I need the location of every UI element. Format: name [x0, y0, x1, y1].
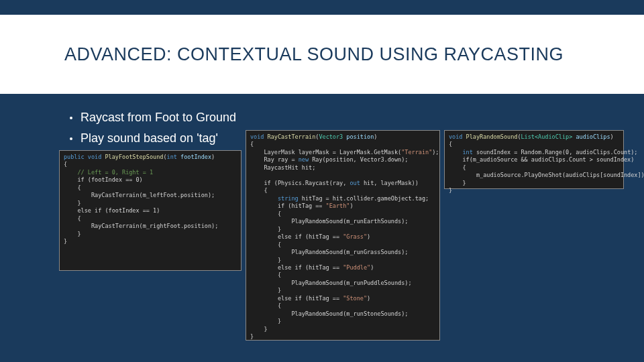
bullet-list: Raycast from Foot to Ground Play sound b… — [70, 111, 236, 152]
code-line: PlayRandomSound(m_runPuddleSounds); — [291, 280, 411, 286]
code-line: Ray(position, Vector3.down); — [309, 156, 408, 163]
kw: int — [167, 154, 177, 160]
code-line: if (Physics.Raycast(ray, — [264, 180, 350, 186]
fn: PlayFootStepSound — [105, 154, 163, 160]
code-snippet-2: void RayCastTerrain(Vector3 position) { … — [246, 130, 440, 341]
bullet-item: Play sound based on 'tag' — [70, 131, 236, 145]
code-line: Ray ray = — [264, 156, 298, 163]
code-line: PlayRandomSound(m_runStoneSounds); — [291, 310, 408, 317]
fn: PlayRandomSound — [466, 133, 518, 140]
type: Vector3 — [319, 133, 343, 140]
kw: out — [350, 180, 360, 186]
str: Stone — [346, 295, 364, 302]
var: audioClips — [576, 133, 610, 140]
code-line: RayCastTerrain(m_rightFoot.position); — [91, 223, 218, 229]
kw: int — [462, 149, 472, 156]
var: footIndex — [180, 154, 211, 160]
bullet-text: Play sound based on 'tag' — [80, 131, 218, 145]
code-line: hit, layerMask)) — [360, 180, 419, 186]
str: "Terrain" — [401, 149, 432, 156]
code-line: if(m_audioSource && audioClips.Count > s… — [462, 156, 634, 163]
title-banner: ADVANCED: CONTEXTUAL SOUND USING RAYCAST… — [0, 15, 644, 94]
kw: void — [250, 133, 264, 140]
bullet-icon — [70, 137, 72, 140]
code-line: PlayRandomSound(m_runGrassSounds); — [291, 249, 408, 255]
code-snippet-3: void PlayRandomSound(List<AudioClip> aud… — [444, 130, 624, 189]
fn: RayCastTerrain — [268, 133, 316, 140]
kw: void — [449, 133, 462, 140]
kw: public void — [64, 154, 101, 160]
code-line: RayCastTerrain(m_leftFoot.position); — [91, 192, 215, 198]
code-line: RaycastHit hit; — [264, 164, 315, 171]
bullet-text: Raycast from Foot to Ground — [80, 111, 236, 125]
code-line: ); — [432, 149, 439, 156]
str: Earth — [329, 202, 347, 209]
str: Grass — [346, 233, 364, 240]
code-line: if (footIndex == 0) — [77, 176, 142, 183]
kw: new — [299, 156, 309, 163]
slide-title: ADVANCED: CONTEXTUAL SOUND USING RAYCAST… — [64, 44, 564, 65]
bullet-item: Raycast from Foot to Ground — [70, 111, 236, 125]
code-snippet-1: public void PlayFootStepSound(int footIn… — [59, 150, 241, 271]
kw: string — [278, 195, 299, 202]
code-line: hitTag = hit.collider.gameObject.tag; — [299, 195, 429, 202]
str: Puddle — [346, 264, 367, 271]
code-line: soundIndex = Random.Range(0, audioClips.… — [473, 149, 638, 156]
code-line: m_audioSource.PlayOneShot(audioClips[sou… — [476, 172, 644, 178]
code-line: else if (footIndex == 1) — [77, 207, 160, 214]
bullet-icon — [70, 117, 72, 119]
type: List<AudioClip> — [521, 133, 573, 140]
comment: // Left = 0, Right = 1 — [77, 169, 153, 176]
var: position — [346, 133, 374, 140]
code-line: PlayRandomSound(m_runEarthSounds); — [291, 218, 408, 225]
code-line: LayerMask layerMask = LayerMask.GetMask( — [264, 149, 401, 156]
